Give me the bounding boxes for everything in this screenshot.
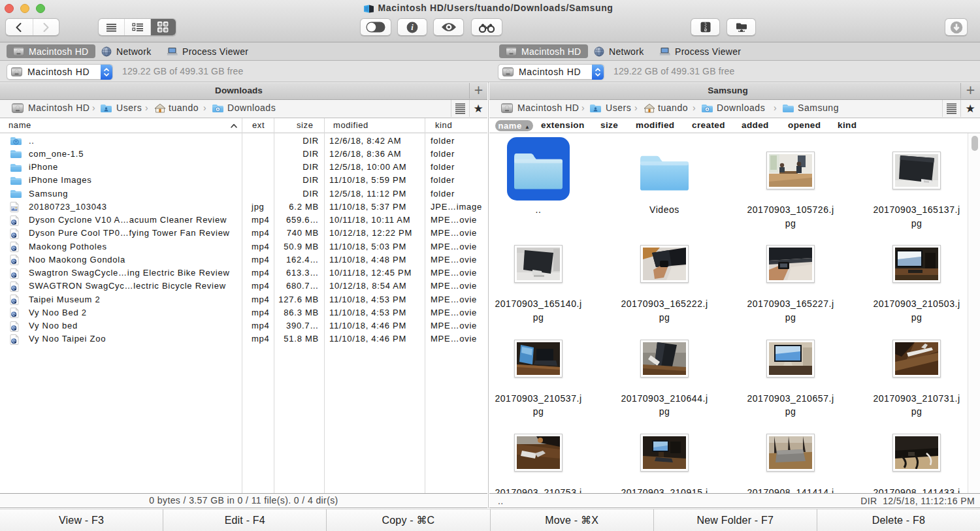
svg-text:i: i [411,23,414,32]
